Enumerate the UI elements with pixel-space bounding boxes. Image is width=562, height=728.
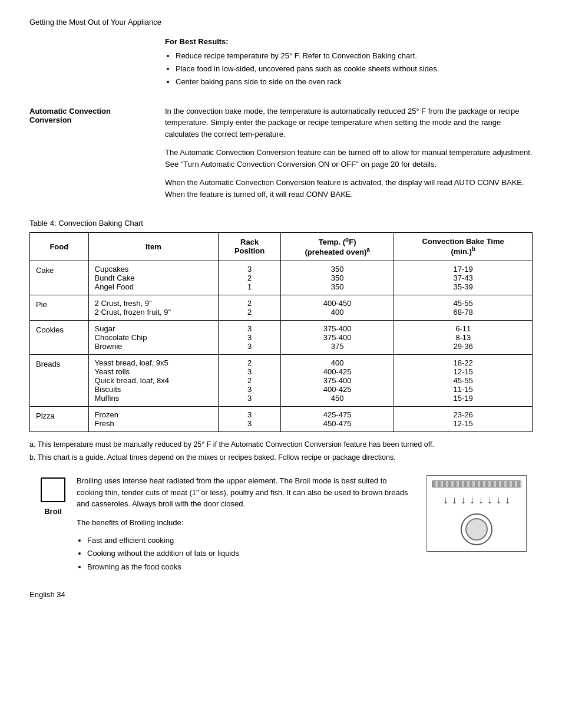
baking-chart-table: Food Item RackPosition Temp. (oF)(prehea…: [29, 232, 533, 432]
broil-label: Broil: [44, 507, 62, 516]
col-rack: RackPosition: [219, 233, 281, 261]
broil-para2: The benefits of Broiling include:: [77, 517, 415, 529]
heat-arrow-8: ↓: [505, 494, 510, 506]
footnote-a: a. This temperature must be manually red…: [29, 439, 533, 450]
heat-arrow-7: ↓: [496, 494, 501, 506]
item-pizza: FrozenFresh: [88, 406, 219, 431]
broil-section: Broil Broiling uses intense heat radiate…: [29, 475, 533, 578]
col-item: Item: [88, 233, 219, 261]
auto-conv-text-col: In the convection bake mode, the tempera…: [165, 106, 533, 207]
col-time: Convection Bake Time(min.)b: [394, 233, 533, 261]
header-text: Getting the Most Out of Your Appliance: [29, 18, 161, 27]
broil-heat-arrows: ↓ ↓ ↓ ↓ ↓ ↓ ↓ ↓: [443, 494, 510, 506]
broil-top-element: [432, 480, 521, 487]
temp-cookies: 375-400375-400375: [281, 320, 394, 354]
broil-icon: [41, 477, 65, 502]
time-pizza: 23-2612-15: [394, 406, 533, 431]
item-cookies: SugarChocolate ChipBrownie: [88, 320, 219, 354]
best-results-item-1: Reduce recipe temperature by 25° F. Refe…: [176, 51, 533, 61]
page-footer: English 34: [29, 590, 533, 599]
heat-arrow-6: ↓: [487, 494, 492, 506]
best-results-right: For Best Results: Reduce recipe temperat…: [165, 37, 533, 94]
auto-conv-para2: The Automatic Convection Conversion feat…: [165, 147, 533, 170]
page-header: Getting the Most Out of Your Appliance: [29, 18, 533, 27]
time-cake: 17-1937-4335-39: [394, 261, 533, 295]
heat-arrow-5: ↓: [478, 494, 484, 506]
best-results-item-3: Center baking pans side to side on the o…: [176, 77, 533, 87]
broil-benefit-2: Cooking without the addition of fats or …: [87, 548, 415, 559]
temp-cake: 350350350: [281, 261, 394, 295]
food-pie: Pie: [30, 295, 89, 320]
broil-diagram: ↓ ↓ ↓ ↓ ↓ ↓ ↓ ↓: [427, 475, 527, 552]
food-pizza: Pizza: [30, 406, 89, 431]
best-results-section: For Best Results: Reduce recipe temperat…: [29, 37, 533, 94]
time-pie: 45-5568-78: [394, 295, 533, 320]
broil-circle-inner: [465, 518, 488, 541]
best-results-item-2: Place food in low-sided, uncovered pans …: [176, 64, 533, 74]
temp-pizza: 425-475450-475: [281, 406, 394, 431]
heat-arrow-3: ↓: [461, 494, 466, 506]
food-cake: Cake: [30, 261, 89, 295]
broil-icon-area: Broil: [29, 475, 77, 516]
col-temp: Temp. (oF)(preheated oven)a: [281, 233, 394, 261]
rack-cake: 321: [219, 261, 281, 295]
auto-conv-label-col: Automatic Convection Conversion: [29, 106, 165, 207]
time-breads: 18-2212-1545-5511-1515-19: [394, 354, 533, 406]
table-row: Breads Yeast bread, loaf, 9x5Yeast rolls…: [30, 354, 533, 406]
footnote-b: b. This chart is a guide. Actual times d…: [29, 452, 533, 463]
auto-conv-section: Automatic Convection Conversion In the c…: [29, 106, 533, 207]
table-row: Cake CupcakesBundt CakeAngel Food 321 35…: [30, 261, 533, 295]
rack-cookies: 333: [219, 320, 281, 354]
table-row: Cookies SugarChocolate ChipBrownie 333 3…: [30, 320, 533, 354]
broil-benefit-3: Browning as the food cooks: [87, 562, 415, 572]
broil-benefit-1: Fast and efficient cooking: [87, 535, 415, 546]
time-cookies: 6-118-1329-36: [394, 320, 533, 354]
temp-pie: 400-450400: [281, 295, 394, 320]
table-header-row: Food Item RackPosition Temp. (oF)(prehea…: [30, 233, 533, 261]
item-breads: Yeast bread, loaf, 9x5Yeast rollsQuick b…: [88, 354, 219, 406]
table-row: Pie 2 Crust, fresh, 9"2 Crust, frozen fr…: [30, 295, 533, 320]
rack-pizza: 33: [219, 406, 281, 431]
item-cake: CupcakesBundt CakeAngel Food: [88, 261, 219, 295]
food-breads: Breads: [30, 354, 89, 406]
heat-arrow-4: ↓: [470, 494, 475, 506]
broil-circle: [461, 513, 492, 545]
broil-image-area: ↓ ↓ ↓ ↓ ↓ ↓ ↓ ↓: [427, 475, 533, 552]
best-results-list: Reduce recipe temperature by 25° F. Refe…: [176, 51, 533, 88]
table-caption: Table 4: Convection Baking Chart: [29, 219, 533, 228]
auto-conv-label: Automatic Convection Conversion: [29, 107, 111, 124]
temp-breads: 400400-425375-400400-425450: [281, 354, 394, 406]
broil-text-area: Broiling uses intense heat radiated from…: [77, 475, 427, 578]
heat-arrow-2: ↓: [452, 494, 457, 506]
col-food: Food: [30, 233, 89, 261]
broil-benefits-list: Fast and efficient cooking Cooking witho…: [87, 535, 415, 572]
footer-text: English 34: [29, 590, 65, 599]
auto-conv-para3: When the Automatic Convection Conversion…: [165, 177, 533, 200]
rack-pie: 22: [219, 295, 281, 320]
item-pie: 2 Crust, fresh, 9"2 Crust, frozen fruit,…: [88, 295, 219, 320]
table-row: Pizza FrozenFresh 33 425-475450-475 23-2…: [30, 406, 533, 431]
footnotes: a. This temperature must be manually red…: [29, 439, 533, 464]
auto-conv-para1: In the convection bake mode, the tempera…: [165, 106, 533, 140]
rack-breads: 23233: [219, 354, 281, 406]
broil-para1: Broiling uses intense heat radiated from…: [77, 475, 415, 510]
best-results-title: For Best Results:: [165, 37, 533, 46]
heat-arrow-1: ↓: [443, 494, 448, 506]
food-cookies: Cookies: [30, 320, 89, 354]
best-results-left: [29, 37, 165, 94]
